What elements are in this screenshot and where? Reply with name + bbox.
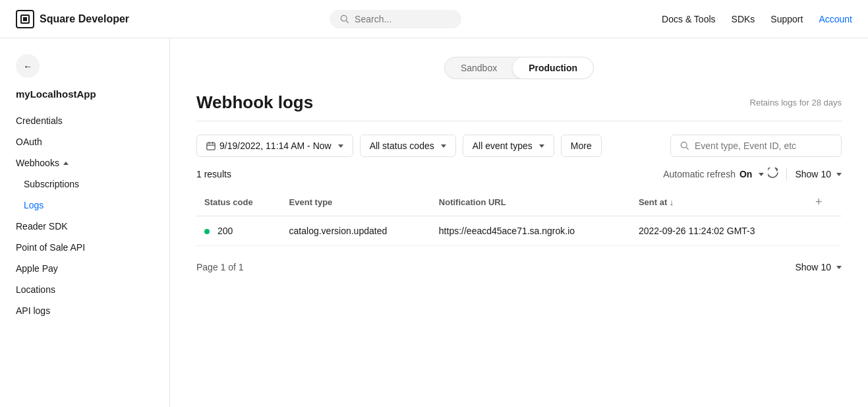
col-event-type: Event type	[281, 189, 431, 216]
cell-extra	[805, 216, 842, 246]
sidebar: ← myLocalhostApp Credentials OAuth Webho…	[0, 38, 170, 407]
svg-line-3	[346, 20, 349, 23]
main-layout: ← myLocalhostApp Credentials OAuth Webho…	[0, 38, 868, 407]
status-codes-filter[interactable]: All status codes	[360, 135, 456, 157]
search-icon	[340, 15, 349, 24]
event-chevron-icon	[539, 144, 544, 148]
more-filter-btn[interactable]: More	[561, 135, 602, 157]
log-search-input[interactable]	[695, 141, 826, 151]
sidebar-item-apple-pay[interactable]: Apple Pay	[0, 258, 169, 279]
svg-line-9	[686, 147, 689, 150]
auto-refresh-label: Automatic refresh	[663, 169, 736, 179]
page-title: Webhook logs	[196, 92, 313, 113]
log-table: Status code Event type Notification URL …	[196, 189, 842, 246]
table-row[interactable]: 200 catalog.version.updated https://eeac…	[196, 216, 842, 246]
search-input[interactable]	[355, 14, 434, 24]
app-name: myLocalhostApp	[0, 88, 169, 110]
webhooks-label: Webhooks	[16, 158, 59, 168]
svg-point-8	[681, 142, 687, 148]
show-label: Show	[795, 169, 818, 179]
support-link[interactable]: Support	[770, 14, 803, 24]
sdks-link[interactable]: SDKs	[732, 14, 755, 24]
docs-tools-link[interactable]: Docs & Tools	[662, 14, 715, 24]
show-chevron-icon	[836, 173, 842, 176]
sidebar-item-locations[interactable]: Locations	[0, 279, 169, 300]
event-types-label: All event types	[473, 141, 533, 151]
status-codes-label: All status codes	[370, 141, 434, 151]
col-status-code: Status code	[196, 189, 281, 216]
page-header: Webhook logs Retains logs for 28 days	[196, 92, 842, 121]
cell-notification-url: https://eeacd45ace71.sa.ngrok.io	[431, 216, 631, 246]
auto-refresh-chevron-icon	[759, 173, 764, 176]
auto-refresh-value[interactable]: On	[739, 169, 752, 179]
log-search-icon	[680, 141, 689, 150]
pagination-show-dropdown[interactable]: Show 10	[795, 262, 842, 272]
sandbox-btn[interactable]: Sandbox	[445, 57, 513, 78]
show-dropdown[interactable]: Show 10	[795, 169, 842, 179]
sidebar-item-pos-api[interactable]: Point of Sale API	[0, 237, 169, 258]
show-value: 10	[821, 169, 831, 179]
sidebar-item-reader-sdk[interactable]: Reader SDK	[0, 216, 169, 237]
header: Square Developer Docs & Tools SDKs Suppo…	[0, 0, 868, 38]
sidebar-item-oauth[interactable]: OAuth	[0, 131, 169, 152]
filter-bar: 9/19/2022, 11:14 AM - Now All status cod…	[196, 135, 842, 157]
back-button[interactable]: ←	[16, 54, 40, 78]
sidebar-item-api-logs[interactable]: API logs	[0, 300, 169, 321]
cell-event-type: catalog.version.updated	[281, 216, 431, 246]
status-code-value: 200	[217, 226, 233, 236]
svg-rect-4	[207, 143, 215, 150]
results-controls: Automatic refresh On Show 10	[663, 168, 842, 181]
calendar-icon	[206, 141, 216, 150]
col-add: +	[805, 189, 842, 216]
page-info: Page 1 of 1	[196, 262, 244, 272]
chevron-up-icon	[63, 162, 69, 165]
results-count: 1 results	[196, 169, 231, 179]
svg-rect-1	[23, 17, 27, 21]
sidebar-item-webhooks[interactable]: Webhooks	[0, 152, 169, 173]
account-link[interactable]: Account	[819, 14, 852, 24]
env-toggle-group: Sandbox Production	[444, 57, 594, 79]
env-toggle-container: Sandbox Production	[196, 38, 842, 92]
search-bar[interactable]	[330, 10, 461, 28]
date-range-filter[interactable]: 9/19/2022, 11:14 AM - Now	[196, 135, 353, 157]
sidebar-item-subscriptions[interactable]: Subscriptions	[0, 173, 169, 195]
pagination-show-label: Show	[795, 262, 818, 272]
main-content: Sandbox Production Webhook logs Retains …	[170, 38, 868, 407]
status-dot	[204, 229, 210, 234]
cell-status-code: 200	[196, 216, 281, 246]
production-btn[interactable]: Production	[513, 57, 593, 78]
refresh-icon	[768, 168, 778, 178]
sidebar-item-credentials[interactable]: Credentials	[0, 110, 169, 131]
retains-text: Retains logs for 28 days	[750, 98, 842, 108]
sidebar-item-logs[interactable]: Logs	[0, 195, 169, 216]
pagination-show-value: 10	[821, 262, 831, 272]
status-chevron-icon	[441, 144, 446, 148]
refresh-button[interactable]	[768, 168, 778, 181]
auto-refresh: Automatic refresh On	[663, 168, 778, 181]
svg-point-2	[341, 15, 347, 21]
col-notification-url: Notification URL	[431, 189, 631, 216]
results-bar: 1 results Automatic refresh On Show	[196, 168, 842, 181]
col-sent-at[interactable]: Sent at ↓	[631, 189, 805, 216]
pagination-chevron-icon	[836, 266, 842, 269]
header-nav: Docs & Tools SDKs Support Account	[662, 14, 852, 24]
log-search[interactable]	[670, 135, 842, 157]
divider	[786, 168, 787, 181]
event-types-filter[interactable]: All event types	[463, 135, 554, 157]
back-arrow-icon: ←	[23, 61, 32, 71]
cell-sent-at: 2022-09-26 11:24:02 GMT-3	[631, 216, 805, 246]
date-chevron-icon	[338, 144, 343, 148]
pagination: Page 1 of 1 Show 10	[196, 262, 842, 272]
brand-name: Square Developer	[40, 13, 129, 25]
add-column-button[interactable]: +	[813, 195, 825, 209]
logo-icon	[16, 10, 34, 28]
brand-section: Square Developer	[16, 10, 129, 28]
date-range-value: 9/19/2022, 11:14 AM - Now	[219, 141, 332, 151]
